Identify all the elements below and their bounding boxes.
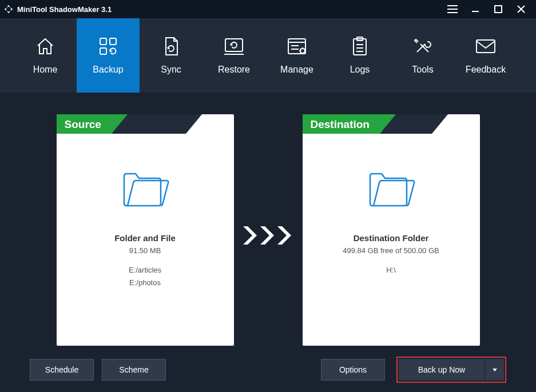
svg-rect-11 [354, 39, 366, 55]
svg-point-10 [300, 49, 305, 53]
svg-rect-1 [100, 38, 106, 45]
folder-icon [120, 166, 171, 210]
source-header: Source [57, 114, 112, 134]
nav-tools[interactable]: Tools [391, 18, 454, 93]
logs-icon [351, 36, 368, 57]
nav-label: Backup [93, 65, 123, 75]
schedule-button[interactable]: Schedule [30, 359, 94, 381]
backup-now-dropdown[interactable] [485, 359, 504, 381]
nav-logs[interactable]: Logs [328, 18, 391, 93]
source-path: E:/photos [129, 278, 161, 288]
bottom-bar: Schedule Scheme Options Back up Now [0, 357, 536, 383]
sync-icon [162, 36, 180, 57]
destination-path: H:\ [386, 265, 396, 275]
nav-label: Tools [412, 65, 433, 75]
destination-panel[interactable]: Destination Destination Folder 499.84 GB… [303, 114, 480, 346]
destination-free: 499.84 GB free of 500.00 GB [343, 246, 439, 255]
app-title: MiniTool ShadowMaker 3.1 [17, 5, 112, 14]
nav-sync[interactable]: Sync [140, 18, 203, 93]
minimize-button[interactable] [464, 0, 487, 18]
nav-restore[interactable]: Restore [203, 18, 265, 93]
app-logo-icon [3, 4, 14, 14]
nav-label: Feedback [466, 65, 506, 75]
source-title: Folder and File [114, 233, 176, 243]
svg-rect-0 [495, 6, 502, 13]
nav-label: Manage [280, 65, 313, 75]
destination-header: Destination [303, 114, 380, 134]
nav-label: Restore [218, 65, 250, 75]
nav-backup[interactable]: Backup [77, 18, 140, 93]
nav-label: Logs [350, 65, 370, 75]
maximize-button[interactable] [487, 0, 510, 18]
svg-rect-4 [225, 39, 243, 51]
backup-now-group: Back up Now [396, 357, 506, 383]
backup-icon [98, 36, 118, 57]
home-icon [35, 36, 55, 57]
arrow-icon [240, 224, 297, 249]
menu-button[interactable] [441, 0, 464, 18]
feedback-icon [474, 36, 497, 57]
svg-rect-16 [477, 40, 495, 53]
manage-icon [286, 36, 308, 57]
main-content: Source Folder and File 91.50 MB E:/artic… [0, 93, 536, 392]
options-button[interactable]: Options [321, 359, 385, 381]
nav-feedback[interactable]: Feedback [454, 18, 517, 93]
source-panel[interactable]: Source Folder and File 91.50 MB E:/artic… [57, 114, 234, 346]
titlebar: MiniTool ShadowMaker 3.1 [0, 0, 536, 18]
svg-rect-3 [100, 48, 106, 54]
destination-title: Destination Folder [354, 233, 429, 243]
folder-icon [366, 166, 417, 210]
close-button[interactable] [510, 0, 533, 18]
main-nav: Home Backup Sync Restore Manage Logs T [0, 18, 536, 93]
backup-now-button[interactable]: Back up Now [399, 359, 485, 381]
scheme-button[interactable]: Scheme [102, 359, 166, 381]
nav-home[interactable]: Home [14, 18, 77, 93]
source-path: E:/articles [129, 265, 161, 275]
source-size: 91.50 MB [129, 246, 161, 255]
nav-label: Home [33, 65, 58, 75]
nav-manage[interactable]: Manage [265, 18, 328, 93]
restore-icon [223, 36, 245, 57]
svg-rect-2 [110, 38, 116, 45]
tools-icon [412, 36, 433, 57]
nav-label: Sync [161, 65, 181, 75]
